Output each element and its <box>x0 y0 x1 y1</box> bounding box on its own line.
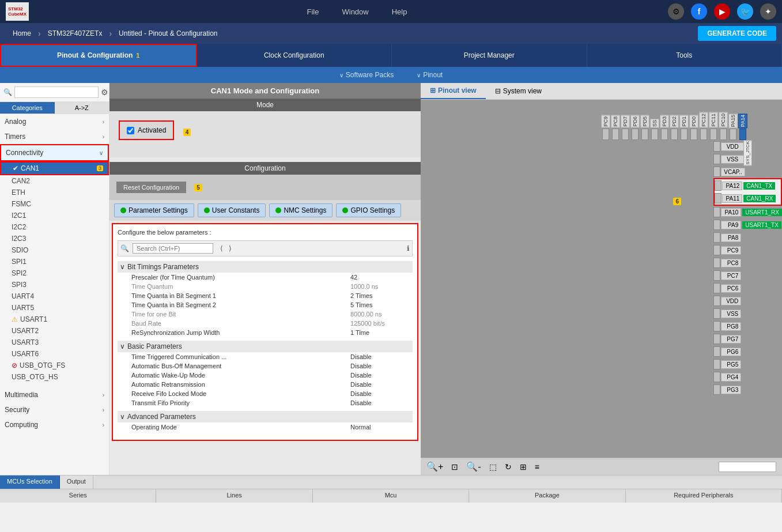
tab-system-view[interactable]: ⊟ System view <box>486 83 551 99</box>
search-icon: 🔍 <box>3 88 12 96</box>
split-icon[interactable]: ⊞ <box>520 462 527 471</box>
sidebar-group-connectivity[interactable]: Connectivity ∨ <box>0 144 109 161</box>
export-icon[interactable]: ⬚ <box>489 462 497 471</box>
tab-az[interactable]: A->Z <box>55 102 109 114</box>
rotate-icon[interactable]: ↻ <box>505 462 512 471</box>
tab-output[interactable]: Output <box>60 476 93 489</box>
sidebar-item-usart3[interactable]: USART3 <box>0 337 109 348</box>
sidebar-item-usart1[interactable]: ⚠ USART1 <box>0 314 109 325</box>
tab-parameter-settings[interactable]: Parameter Settings <box>114 203 194 217</box>
param-row: Receive Fifo Locked Mode Disable <box>118 389 413 398</box>
sub-tab-software-packs[interactable]: ∨ Software Packs <box>339 71 394 79</box>
sidebar-item-can2[interactable]: CAN2 <box>0 175 109 187</box>
sidebar-item-uart4[interactable]: UART4 <box>0 290 109 302</box>
sidebar-group-analog[interactable]: Analog › <box>0 114 109 129</box>
status-package: Package <box>469 489 625 503</box>
sidebar-items: Analog › Timers › Connectivity ∨ ✔ CAN1 … <box>0 114 109 475</box>
sidebar-item-sdio[interactable]: SDIO <box>0 244 109 256</box>
tab-pinout-view[interactable]: ⊞ Pinout view <box>421 83 486 99</box>
search-input[interactable] <box>14 86 99 98</box>
sidebar-item-usb-otg-hs[interactable]: USB_OTG_HS <box>0 371 109 383</box>
generate-code-button[interactable]: GENERATE CODE <box>698 26 776 41</box>
sidebar-item-i2c2[interactable]: I2C2 <box>0 221 109 233</box>
sidebar-item-spi3[interactable]: SPI3 <box>0 279 109 290</box>
activated-checkbox[interactable]: Activated <box>119 120 174 140</box>
search-bar: 🔍 ⚙ <box>0 83 109 102</box>
settings-icon[interactable]: ⚙ <box>668 3 684 20</box>
zoom-in-icon[interactable]: 🔍+ <box>426 461 443 472</box>
collapse-icon: ∨ <box>120 413 125 421</box>
tab-user-constants[interactable]: User Constants <box>198 203 266 217</box>
top-pins-row: PC9 PC8 PD7 PD6 <box>421 100 782 140</box>
param-group-header-basic[interactable]: ∨ Basic Parameters <box>118 341 413 352</box>
activated-check[interactable] <box>127 127 134 134</box>
prev-icon[interactable]: ⟨ <box>220 244 223 252</box>
tab-mcus-selection[interactable]: MCUs Selection <box>0 476 60 489</box>
breadcrumb-home[interactable]: Home <box>6 23 38 44</box>
sidebar-group-timers[interactable]: Timers › <box>0 129 109 144</box>
tab-clock-configuration[interactable]: Clock Configuration <box>197 44 392 67</box>
sidebar-item-spi2[interactable]: SPI2 <box>0 267 109 279</box>
sidebar-group-security[interactable]: Security › <box>0 402 109 417</box>
list-icon[interactable]: ≡ <box>535 462 539 471</box>
param-group-header-bit-timings[interactable]: ∨ Bit Timings Parameters <box>118 261 413 273</box>
pin-vdd-2: VDD <box>713 295 782 307</box>
system-icon: ⊟ <box>495 87 501 95</box>
chevron-right-icon: › <box>103 134 104 140</box>
pin-pc9: PC9 <box>601 115 610 140</box>
sidebar-item-eth[interactable]: ETH <box>0 187 109 198</box>
sub-tab-pinout[interactable]: ∨ Pinout <box>417 71 443 79</box>
breadcrumb-mcu[interactable]: STM32F407ZETx <box>41 23 109 44</box>
sidebar-group-multimedia[interactable]: Multimedia › <box>0 387 109 402</box>
sidebar-item-usart2[interactable]: USART2 <box>0 325 109 337</box>
param-group-header-advanced[interactable]: ∨ Advanced Parameters <box>118 411 413 422</box>
sidebar-item-i2c1[interactable]: I2C1 <box>0 210 109 221</box>
param-search-input[interactable] <box>133 243 213 254</box>
youtube-icon[interactable]: ▶ <box>714 3 730 20</box>
tab-categories[interactable]: Categories <box>0 102 55 114</box>
chevron-right-icon: › <box>103 422 104 428</box>
sidebar-item-spi1[interactable]: SPI1 <box>0 256 109 267</box>
pin-vss-2: VSS <box>713 307 782 320</box>
menu-window[interactable]: Window <box>342 7 368 16</box>
menu-file[interactable]: File <box>307 7 319 16</box>
reset-configuration-button[interactable]: Reset Configuration <box>116 182 186 193</box>
pin-pg5: PG5 <box>713 358 782 371</box>
facebook-icon[interactable]: f <box>691 3 707 20</box>
sidebar-item-uart5[interactable]: UART5 <box>0 302 109 314</box>
sidebar-item-i2c3[interactable]: I2C3 <box>0 233 109 244</box>
breadcrumb-config[interactable]: Untitled - Pinout & Configuration <box>112 23 224 44</box>
zoom-out-icon[interactable]: 🔍- <box>466 461 481 472</box>
logo-area: STM32CubeMX <box>6 2 29 21</box>
next-icon[interactable]: ⟩ <box>229 244 232 252</box>
pinout-search-input[interactable] <box>719 462 776 472</box>
sidebar-gear-icon[interactable]: ⚙ <box>101 88 108 97</box>
sub-tabs: ∨ Software Packs ∨ Pinout <box>0 67 782 83</box>
network-icon[interactable]: ✦ <box>760 3 776 20</box>
sidebar-item-usb-otg-fs[interactable]: ⊘ USB_OTG_FS <box>0 360 109 371</box>
sidebar-item-usart6[interactable]: USART6 <box>0 348 109 360</box>
frame-icon[interactable]: ⊡ <box>451 462 458 471</box>
top-bar: STM32CubeMX File Window Help ⚙ f ▶ 🐦 ✦ <box>0 0 782 23</box>
info-icon[interactable]: ℹ <box>407 244 410 252</box>
param-row: Time for one Bit 8000.00 ns <box>118 310 413 319</box>
tab-nmc-settings[interactable]: NMC Settings <box>269 203 333 217</box>
sidebar-item-can1[interactable]: ✔ CAN1 3 <box>0 161 109 175</box>
label-6: 6 <box>673 198 681 205</box>
activated-area: Activated 4 <box>109 111 421 157</box>
tab-tools[interactable]: Tools <box>587 44 783 67</box>
content-area: 🔍 ⚙ Categories A->Z Analog › Timers › Co… <box>0 83 782 475</box>
tab-pinout-configuration[interactable]: Pinout & Configuration 1 <box>0 44 197 67</box>
chevron-right-icon: › <box>103 407 104 413</box>
pin-pg3: PG3 <box>713 383 782 396</box>
tab-gpio-settings[interactable]: GPIO Settings <box>336 203 401 217</box>
sidebar-group-computing[interactable]: Computing › <box>0 417 109 432</box>
label-4: 4 <box>183 129 191 136</box>
sidebar-item-fsmc[interactable]: FSMC <box>0 198 109 210</box>
twitter-icon[interactable]: 🐦 <box>737 3 753 20</box>
menu-help[interactable]: Help <box>392 7 407 16</box>
pinout-icon: ⊞ <box>430 86 436 95</box>
param-row: Transmit Fifo Priority Disable <box>118 398 413 408</box>
tab-project-manager[interactable]: Project Manager <box>392 44 587 67</box>
pin-vss-1: VSS <box>713 153 782 165</box>
